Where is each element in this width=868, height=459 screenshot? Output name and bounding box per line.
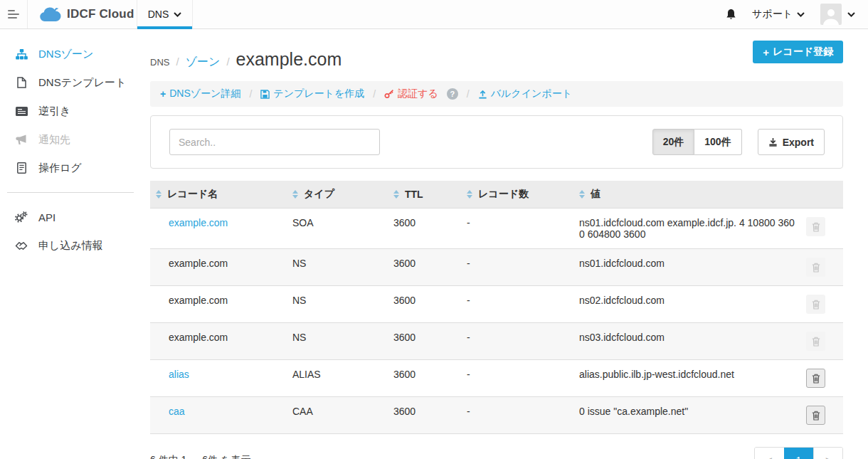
record-value: alias.public.ilb.jp-west.idcfcloud.net xyxy=(573,360,800,397)
record-name-link[interactable]: caa xyxy=(169,406,185,417)
bulk-import-link[interactable]: バルクインポート xyxy=(478,88,572,100)
register-record-label: レコード登録 xyxy=(773,46,833,58)
record-ttl: 3600 xyxy=(388,286,461,323)
record-value: ns03.idcfcloud.com xyxy=(573,323,800,360)
toolbar-separator: / xyxy=(249,88,252,100)
sidebar-item-dns-template[interactable]: DNSテンプレート xyxy=(0,68,142,97)
delete-record-button xyxy=(806,258,825,277)
page-size-20-button[interactable]: 20件 xyxy=(652,129,695,155)
record-type: ALIAS xyxy=(287,360,388,397)
register-record-button[interactable]: + レコード登録 xyxy=(753,41,843,63)
bulk-import-label: バルクインポート xyxy=(491,88,572,100)
delete-record-button[interactable] xyxy=(806,406,825,425)
pagination-next-button[interactable]: > xyxy=(813,448,842,459)
page-size-100-button[interactable]: 100件 xyxy=(694,129,741,155)
handshake-icon xyxy=(15,241,28,250)
record-value: ns01.idcfcloud.com example.idcf.jp. 4 10… xyxy=(573,209,800,249)
menu-toggle-button[interactable] xyxy=(0,0,28,28)
sidebar-item-notifications[interactable]: 通知先 xyxy=(0,125,142,154)
main-content: DNS / ゾーン / example.com + レコード登録 + DNSゾー… xyxy=(142,29,868,459)
topbar: IDCF Cloud DNS サポート xyxy=(0,0,868,29)
sort-icon[interactable] xyxy=(292,190,298,199)
breadcrumb: DNS / ゾーン / example.com xyxy=(150,49,342,70)
sidebar-item-operation-log[interactable]: 操作ログ xyxy=(0,154,142,182)
record-name: example.com xyxy=(150,249,287,286)
authenticate-link[interactable]: 認証する xyxy=(384,88,438,100)
record-ttl: 3600 xyxy=(388,360,461,397)
create-template-link[interactable]: テンプレートを作成 xyxy=(260,88,364,100)
column-header-record-name[interactable]: レコード名 xyxy=(167,188,218,201)
sidebar-item-label: 申し込み情報 xyxy=(38,239,103,253)
brand-logo[interactable]: IDCF Cloud xyxy=(28,0,137,28)
sidebar-item-subscription-info[interactable]: 申し込み情報 xyxy=(0,231,142,260)
record-type: NS xyxy=(287,286,388,323)
plus-icon: + xyxy=(160,88,166,100)
create-template-label: テンプレートを作成 xyxy=(273,88,364,100)
tab-dns[interactable]: DNS xyxy=(137,0,193,28)
record-value: 0 issue "ca.example.net" xyxy=(573,397,800,434)
plus-icon: + xyxy=(763,46,769,58)
cloud-logo-icon xyxy=(38,6,62,23)
record-count: - xyxy=(461,323,573,360)
breadcrumb-separator: / xyxy=(176,56,179,68)
sidebar-item-label: API xyxy=(38,211,55,223)
column-header-type[interactable]: タイプ xyxy=(304,188,334,201)
export-button[interactable]: Export xyxy=(758,129,825,155)
save-icon xyxy=(260,90,270,99)
column-header-ttl[interactable]: TTL xyxy=(405,189,423,200)
sidebar-item-reverse-dns[interactable]: 逆引き xyxy=(0,97,142,125)
record-name-link[interactable]: example.com xyxy=(169,217,228,228)
record-count: - xyxy=(461,286,573,323)
sidebar-item-api[interactable]: API xyxy=(0,203,142,231)
megaphone-icon xyxy=(15,134,28,145)
table-header-row: レコード名 タイプ TTL レコード数 値 xyxy=(150,181,843,209)
record-value: ns02.idcfcloud.com xyxy=(573,286,800,323)
filter-panel: 20件 100件 Export xyxy=(150,115,843,169)
sidebar-item-dns-zone[interactable]: DNSゾーン xyxy=(0,40,142,68)
delete-record-button xyxy=(806,332,825,351)
search-input[interactable] xyxy=(169,129,380,155)
table-row: example.com NS 3600 - ns01.idcfcloud.com xyxy=(150,249,843,286)
pagination-page-1-button[interactable]: 1 xyxy=(784,448,813,459)
help-question-icon[interactable]: ? xyxy=(447,88,458,100)
record-type: SOA xyxy=(287,209,388,249)
trash-icon xyxy=(812,300,820,310)
breadcrumb-zone-link[interactable]: ゾーン xyxy=(186,55,221,70)
user-avatar-icon xyxy=(820,4,842,25)
table-row: example.com NS 3600 - ns03.idcfcloud.com xyxy=(150,323,843,360)
sidebar-item-label: DNSテンプレート xyxy=(38,76,126,90)
record-name-link[interactable]: alias xyxy=(169,369,189,380)
brand-name: IDCF Cloud xyxy=(67,7,134,21)
export-label: Export xyxy=(783,137,814,148)
trash-icon xyxy=(812,374,820,384)
sitemap-icon xyxy=(15,49,28,60)
record-ttl: 3600 xyxy=(388,249,461,286)
authenticate-label: 認証する xyxy=(398,88,438,100)
list-icon xyxy=(15,107,28,116)
download-icon xyxy=(768,137,778,147)
sort-icon[interactable] xyxy=(467,190,472,199)
account-menu[interactable] xyxy=(820,4,855,25)
upload-icon xyxy=(478,90,487,99)
record-ttl: 3600 xyxy=(388,323,461,360)
column-header-value[interactable]: 値 xyxy=(591,188,600,201)
sort-icon[interactable] xyxy=(579,190,585,199)
sort-icon[interactable] xyxy=(156,190,162,199)
page-size-group: 20件 100件 xyxy=(652,129,742,155)
toolbar-separator: / xyxy=(373,88,376,100)
zone-detail-label: DNSゾーン詳細 xyxy=(169,88,240,100)
column-header-record-count[interactable]: レコード数 xyxy=(478,188,529,201)
pagination-prev-button[interactable]: < xyxy=(755,448,784,459)
support-menu[interactable]: サポート xyxy=(752,8,805,21)
notifications-bell-icon[interactable] xyxy=(726,9,736,21)
delete-record-button[interactable] xyxy=(806,369,825,388)
zone-toolbar: + DNSゾーン詳細 / テンプレートを作成 / xyxy=(150,81,843,107)
zone-detail-link[interactable]: + DNSゾーン詳細 xyxy=(160,88,240,100)
chevron-down-icon xyxy=(847,12,855,17)
trash-icon xyxy=(812,263,820,273)
record-name: example.com xyxy=(150,323,287,360)
record-name: example.com xyxy=(150,286,287,323)
active-tab-underline xyxy=(137,26,192,29)
record-ttl: 3600 xyxy=(388,397,461,434)
sort-icon[interactable] xyxy=(393,190,399,199)
